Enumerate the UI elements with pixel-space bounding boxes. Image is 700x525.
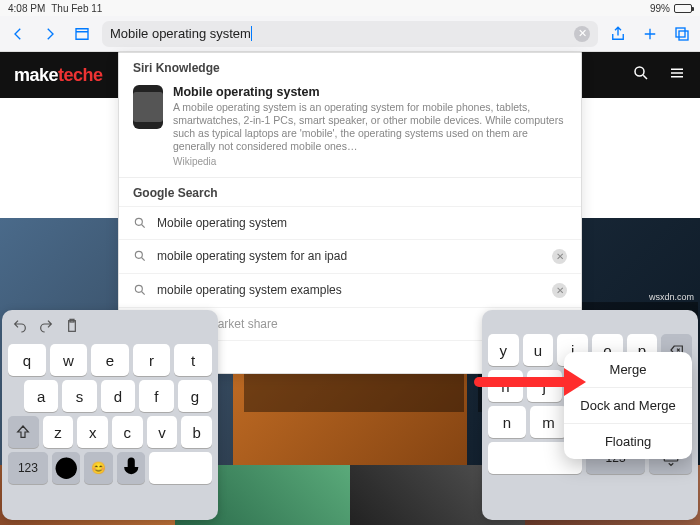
siri-thumb-icon — [133, 85, 163, 129]
svg-point-3 — [635, 67, 644, 76]
key-y[interactable]: y — [488, 334, 519, 366]
tabs-button[interactable] — [670, 22, 694, 46]
key-r[interactable]: r — [133, 344, 171, 376]
svg-rect-2 — [679, 31, 688, 40]
suggestion-row[interactable]: Mobile operating system — [119, 206, 581, 239]
annotation-arrow — [474, 368, 586, 396]
suggestion-row[interactable]: mobile operating system for an ipad ✕ — [119, 239, 581, 273]
clear-url-button[interactable]: ✕ — [574, 26, 590, 42]
key-e[interactable]: e — [91, 344, 129, 376]
bookmarks-button[interactable] — [70, 22, 94, 46]
key-shift[interactable] — [8, 416, 39, 448]
key-b[interactable]: b — [181, 416, 212, 448]
siri-title: Mobile operating system — [173, 85, 567, 99]
url-field[interactable]: Mobile operating system ✕ — [102, 21, 598, 47]
svg-point-4 — [135, 218, 142, 225]
new-tab-button[interactable] — [638, 22, 662, 46]
paste-icon[interactable] — [64, 318, 80, 338]
key-d[interactable]: d — [101, 380, 135, 412]
svg-rect-1 — [676, 28, 685, 37]
site-logo: maketeche — [14, 65, 103, 86]
key-q[interactable]: q — [8, 344, 46, 376]
key-c[interactable]: c — [112, 416, 143, 448]
key-s[interactable]: s — [62, 380, 96, 412]
siri-suggestion[interactable]: Mobile operating system A mobile operati… — [119, 81, 581, 178]
key-n[interactable]: n — [488, 406, 526, 438]
key-z[interactable]: z — [43, 416, 74, 448]
key-g[interactable]: g — [178, 380, 212, 412]
watermark: wsxdn.com — [649, 292, 694, 302]
key-v[interactable]: v — [147, 416, 178, 448]
url-text: Mobile operating system — [110, 26, 251, 41]
redo-icon[interactable] — [38, 318, 54, 338]
share-button[interactable] — [606, 22, 630, 46]
key-space[interactable] — [149, 452, 212, 484]
svg-point-6 — [135, 285, 142, 292]
search-icon — [133, 249, 147, 263]
status-time: 4:08 PM — [8, 3, 45, 14]
key-globe[interactable] — [52, 452, 80, 484]
search-icon — [133, 283, 147, 297]
delete-suggestion-button[interactable]: ✕ — [552, 249, 567, 264]
key-u[interactable]: u — [523, 334, 554, 366]
key-emoji[interactable]: 😊 — [84, 452, 112, 484]
siri-source: Wikipedia — [173, 156, 567, 167]
popup-floating[interactable]: Floating — [564, 423, 692, 459]
svg-point-5 — [135, 251, 142, 258]
key-mic[interactable] — [117, 452, 145, 484]
key-m[interactable]: m — [530, 406, 568, 438]
site-menu-icon[interactable] — [668, 64, 686, 86]
undo-icon[interactable] — [12, 318, 28, 338]
status-date: Thu Feb 11 — [51, 3, 102, 14]
key-t[interactable]: t — [174, 344, 212, 376]
google-search-header: Google Search — [119, 178, 581, 206]
suggestion-row[interactable]: mobile operating system examples ✕ — [119, 273, 581, 307]
status-bar: 4:08 PM Thu Feb 11 99% — [0, 0, 700, 16]
key-a[interactable]: a — [24, 380, 58, 412]
back-button[interactable] — [6, 22, 30, 46]
browser-toolbar: Mobile operating system ✕ — [0, 16, 700, 52]
split-keyboard-left: q w e r t a s d f g z x c v b 123 😊 — [2, 310, 218, 520]
site-search-icon[interactable] — [632, 64, 650, 86]
key-w[interactable]: w — [50, 344, 88, 376]
search-icon — [133, 216, 147, 230]
delete-suggestion-button[interactable]: ✕ — [552, 283, 567, 298]
siri-desc: A mobile operating system is an operatin… — [173, 101, 567, 154]
battery-pct: 99% — [650, 3, 670, 14]
key-f[interactable]: f — [139, 380, 173, 412]
key-numbers[interactable]: 123 — [8, 452, 48, 484]
siri-knowledge-header: Siri Knowledge — [119, 53, 581, 81]
key-x[interactable]: x — [77, 416, 108, 448]
forward-button[interactable] — [38, 22, 62, 46]
battery-icon — [674, 4, 692, 13]
